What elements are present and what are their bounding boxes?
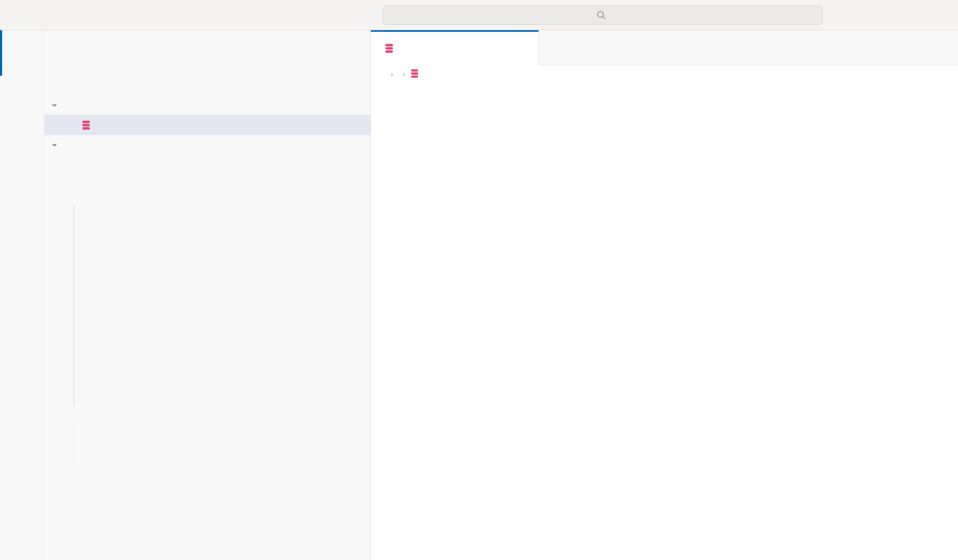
database-icon (82, 120, 91, 130)
breadcrumb-separator-icon: › (403, 69, 405, 78)
indent-guide (74, 205, 74, 406)
editor-area: › › (370, 30, 958, 560)
open-editor-item[interactable] (45, 115, 370, 135)
zoom-window-button[interactable] (32, 13, 39, 20)
explorer-sidebar: › › (45, 30, 370, 560)
app-window: › › (0, 0, 958, 560)
breadcrumb: › › (371, 65, 958, 82)
sidebar-header (45, 30, 370, 54)
chevron-down-icon: › (50, 101, 60, 109)
command-search-field[interactable] (383, 5, 823, 25)
section-open-editors[interactable]: › (45, 95, 370, 115)
activity-bar (0, 30, 44, 560)
section-adventureworks[interactable]: › (45, 135, 370, 155)
database-icon (385, 43, 394, 54)
indent-guide (74, 426, 74, 467)
breadcrumb-separator-icon: › (391, 69, 393, 78)
tab-bar (371, 30, 958, 65)
chevron-down-icon: › (50, 140, 60, 149)
tab-salesorderdetail[interactable] (371, 30, 539, 65)
search-icon (597, 11, 606, 20)
titlebar (0, 0, 958, 30)
active-view-indicator (0, 30, 2, 76)
close-window-button[interactable] (10, 13, 17, 20)
code-editor[interactable] (371, 82, 958, 560)
traffic-lights (10, 13, 39, 20)
database-icon (410, 69, 419, 78)
minimize-window-button[interactable] (21, 13, 28, 20)
